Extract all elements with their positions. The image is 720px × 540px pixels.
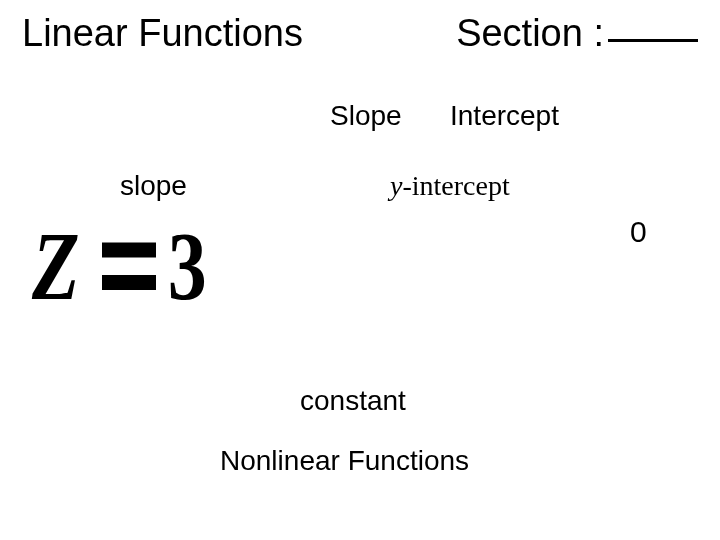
equation-rhs: 3 — [168, 210, 215, 323]
page-title-left: Linear Functions — [22, 12, 303, 55]
section-blank-line — [608, 39, 698, 42]
slope-label: slope — [120, 170, 187, 202]
column-header-slope: Slope — [330, 100, 402, 132]
equation-z-equals-3: Z 3 — [32, 210, 215, 323]
zero-value: 0 — [630, 215, 647, 249]
equation-lhs: Z — [32, 210, 88, 323]
intercept-suffix: -intercept — [402, 170, 509, 201]
title-row: Linear Functions Section : — [0, 0, 720, 55]
section-prefix: Section : — [456, 12, 604, 55]
page-title-right: Section : — [456, 12, 698, 55]
y-variable: y — [390, 170, 402, 201]
column-header-intercept: Intercept — [450, 100, 559, 132]
y-intercept-label: y-intercept — [390, 170, 510, 202]
nonlinear-functions-label: Nonlinear Functions — [220, 445, 469, 477]
constant-label: constant — [300, 385, 406, 417]
equals-icon — [102, 243, 156, 291]
